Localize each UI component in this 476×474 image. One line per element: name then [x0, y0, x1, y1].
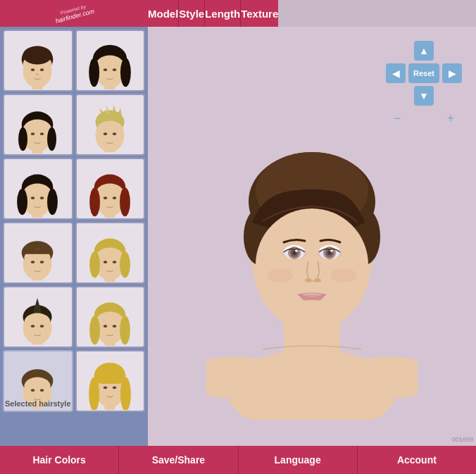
- svg-point-12: [120, 58, 131, 87]
- logo: Powered by hairfinder.com: [0, 0, 148, 27]
- svg-point-40: [31, 197, 35, 199]
- move-left-button[interactable]: ◀: [386, 63, 406, 83]
- svg-point-23: [40, 132, 44, 135]
- bottom-navigation: Hair Colors Save/Share Language Account: [0, 446, 476, 474]
- svg-point-59: [89, 251, 100, 277]
- svg-marker-29: [118, 108, 122, 116]
- svg-point-77: [103, 325, 107, 328]
- svg-point-113: [314, 278, 321, 282]
- svg-point-15: [113, 68, 117, 71]
- hairstyle-thumb-4[interactable]: [75, 94, 146, 156]
- svg-point-75: [120, 316, 130, 344]
- svg-point-67: [25, 313, 51, 331]
- position-controls: ▲ ◀ Reset ▶ ▼ − +: [386, 41, 462, 127]
- svg-point-14: [103, 68, 107, 71]
- hairstyle-thumb-8[interactable]: [75, 222, 146, 284]
- main-preview-area: ▲ ◀ Reset ▶ ▼ − + 001659: [148, 27, 476, 446]
- bottom-hair-colors[interactable]: Hair Colors: [0, 446, 119, 474]
- svg-point-70: [40, 325, 44, 328]
- tab-texture[interactable]: Texture: [241, 0, 278, 27]
- svg-point-92: [113, 386, 117, 389]
- svg-point-46: [120, 187, 130, 216]
- svg-point-120: [268, 268, 293, 282]
- watermark: 001659: [452, 436, 473, 443]
- hairstyle-thumb-7[interactable]: [3, 222, 73, 284]
- tab-length[interactable]: Length: [205, 0, 241, 27]
- top-navigation: Model Style Length Texture: [148, 0, 278, 27]
- sidebar-row-3: [3, 158, 145, 220]
- hairstyle-thumb-9[interactable]: [3, 286, 73, 348]
- svg-point-11: [89, 58, 99, 87]
- zoom-out-button[interactable]: −: [389, 110, 406, 127]
- svg-point-32: [103, 132, 107, 135]
- hairstyle-thumb-5[interactable]: [3, 158, 73, 220]
- svg-point-5: [31, 68, 35, 71]
- svg-rect-61: [104, 277, 115, 282]
- sidebar-row-4: [3, 222, 145, 284]
- reset-button[interactable]: Reset: [408, 63, 439, 83]
- svg-point-60: [120, 251, 130, 277]
- svg-point-48: [103, 197, 107, 199]
- sidebar-row-6: Selected hairstyle: [3, 350, 145, 412]
- svg-point-84: [40, 389, 44, 392]
- hairstyle-thumb-12[interactable]: [75, 350, 146, 412]
- move-right-button[interactable]: ▶: [442, 63, 462, 83]
- svg-rect-53: [32, 275, 43, 280]
- svg-point-78: [113, 325, 117, 328]
- svg-point-3: [23, 46, 52, 65]
- svg-point-33: [113, 132, 117, 135]
- svg-rect-31: [104, 147, 115, 152]
- svg-point-83: [31, 389, 35, 392]
- svg-point-7: [36, 73, 39, 75]
- bottom-language[interactable]: Language: [239, 446, 358, 474]
- svg-rect-39: [32, 213, 43, 218]
- svg-point-45: [89, 187, 100, 216]
- svg-point-91: [103, 386, 107, 389]
- svg-rect-21: [32, 149, 43, 154]
- sidebar-row-2: [3, 94, 145, 156]
- svg-point-112: [305, 278, 312, 282]
- svg-point-19: [18, 127, 27, 151]
- hairstyle-sidebar: Selected hairstyle: [0, 27, 148, 446]
- hairstyle-thumb-1[interactable]: [3, 30, 73, 92]
- move-up-button[interactable]: ▲: [414, 41, 434, 61]
- tab-model[interactable]: Model: [148, 0, 179, 27]
- hairstyle-thumb-3[interactable]: [3, 94, 73, 156]
- zoom-in-button[interactable]: +: [442, 110, 459, 127]
- selected-label: Selected hairstyle: [4, 399, 72, 408]
- svg-rect-4: [32, 85, 43, 89]
- bottom-account[interactable]: Account: [358, 446, 476, 474]
- move-down-button[interactable]: ▼: [414, 86, 434, 106]
- svg-point-49: [113, 197, 117, 199]
- bottom-save-share[interactable]: Save/Share: [119, 446, 238, 474]
- svg-point-119: [318, 249, 342, 258]
- svg-point-74: [89, 316, 100, 344]
- svg-point-20: [47, 127, 56, 151]
- sidebar-row-5: [3, 286, 145, 348]
- svg-point-69: [31, 325, 35, 328]
- svg-point-54: [31, 261, 35, 263]
- svg-point-38: [47, 189, 58, 215]
- hairstyle-thumb-2[interactable]: [75, 30, 146, 92]
- svg-point-63: [113, 261, 117, 263]
- svg-point-62: [103, 261, 107, 263]
- hairstyle-thumb-selected[interactable]: Selected hairstyle: [3, 350, 73, 412]
- hairstyle-thumb-6[interactable]: [75, 158, 146, 220]
- svg-point-30: [96, 120, 123, 139]
- tab-style[interactable]: Style: [179, 0, 205, 27]
- svg-rect-47: [104, 213, 115, 218]
- svg-point-6: [40, 68, 44, 71]
- svg-rect-76: [104, 341, 115, 346]
- svg-point-10: [95, 56, 124, 77]
- svg-point-81: [25, 377, 51, 395]
- svg-point-121: [331, 268, 356, 282]
- svg-point-22: [31, 132, 35, 135]
- svg-rect-90: [104, 406, 115, 410]
- svg-marker-28: [113, 105, 117, 114]
- sidebar-row-1: [3, 30, 145, 92]
- svg-point-55: [40, 261, 44, 263]
- svg-rect-13: [104, 85, 115, 89]
- hairstyle-thumb-10[interactable]: [75, 286, 146, 348]
- svg-point-118: [282, 249, 306, 258]
- svg-rect-115: [296, 314, 328, 370]
